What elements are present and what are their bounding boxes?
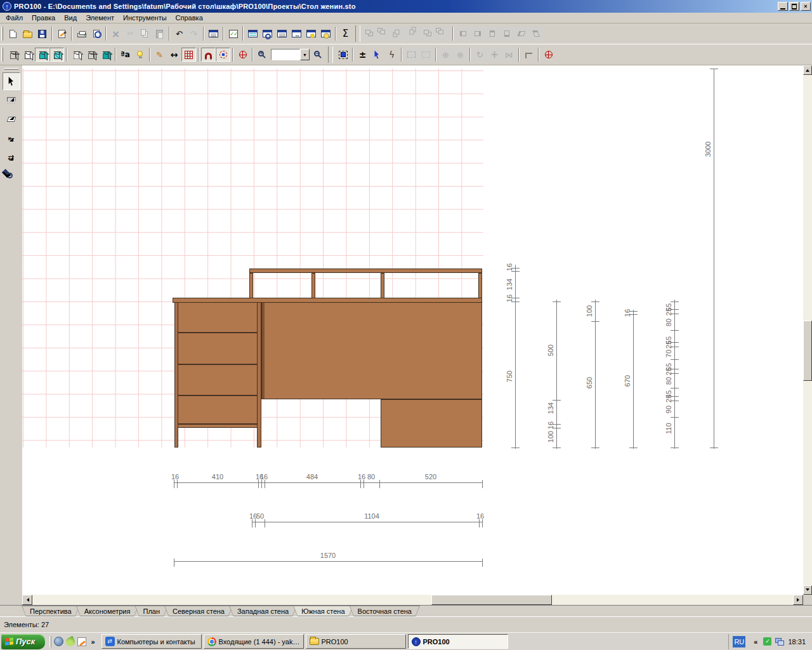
close-button[interactable]: × [801, 2, 811, 11]
antivirus-tray-icon[interactable]: ✓ [763, 637, 771, 646]
open-project-button[interactable] [20, 27, 35, 41]
menu-Вид[interactable]: Вид [60, 13, 81, 22]
calculation-sum-button[interactable] [338, 27, 353, 41]
shelf-post-1[interactable] [249, 273, 253, 298]
tab-Южная стена[interactable]: Южная стена [293, 606, 353, 616]
tray-chevron[interactable]: « [752, 638, 759, 646]
view-textures-button[interactable] [49, 48, 64, 62]
wall-tool-button[interactable] [3, 129, 20, 147]
sketch-mode-button[interactable] [152, 48, 167, 62]
tab-Аксонометрия[interactable]: Аксонометрия [76, 606, 139, 616]
magnet-snap-button[interactable] [201, 48, 216, 62]
tab-Северная стена[interactable]: Северная стена [164, 606, 233, 616]
menu-Файл[interactable]: Файл [1, 13, 27, 22]
task-PRO100[interactable]: ↑PRO100 [408, 634, 508, 649]
materials-window-button[interactable] [304, 27, 318, 41]
lighting-button[interactable] [133, 48, 147, 62]
shelf-post-4[interactable] [478, 273, 482, 298]
preview-window-button[interactable] [260, 27, 275, 41]
design-tool-button[interactable] [3, 91, 20, 109]
element-tool-button[interactable] [3, 110, 20, 128]
desk-lower-panel[interactable] [381, 399, 482, 448]
vertical-scroll-thumb[interactable] [803, 321, 812, 381]
tab-План[interactable]: План [134, 606, 168, 616]
drawer-divider-3[interactable] [178, 395, 257, 396]
drawer-bottom-rail[interactable] [178, 424, 258, 428]
dimensions-window-button[interactable] [289, 27, 304, 41]
drawer-divider-1[interactable] [178, 332, 257, 333]
shelf-post-2[interactable] [311, 273, 315, 298]
quick-design-button[interactable] [384, 48, 399, 62]
shear-vertical-button[interactable] [528, 27, 543, 41]
title-bar[interactable]: ↑ PRO100 - E:\Documents and Settings\fat… [0, 0, 812, 13]
show-semitransparent-button[interactable] [84, 48, 98, 62]
scroll-down-button[interactable] [803, 585, 812, 595]
show-grid-button[interactable] [181, 48, 196, 62]
move-to-right-button[interactable] [377, 27, 392, 41]
menu-Правка[interactable]: Правка [27, 13, 60, 22]
desk-main-panel[interactable] [261, 302, 482, 399]
zoom-tool-button[interactable] [3, 168, 20, 185]
price-list-button[interactable] [226, 27, 240, 41]
shelf-top-rail[interactable] [249, 269, 482, 273]
combo-dropdown-button[interactable]: ▼ [300, 49, 310, 60]
copy-button[interactable] [138, 27, 152, 41]
pointer-tool-button[interactable] [3, 72, 20, 90]
pivot-vertical-button[interactable] [438, 48, 453, 62]
zoom-level-field[interactable] [271, 49, 300, 60]
menu-Элемент[interactable]: Элемент [81, 13, 119, 22]
task-Компьютеры и контакты[interactable]: ⇄Компьютеры и контакты [102, 634, 202, 649]
snap-to-grid-button[interactable] [216, 48, 230, 62]
align-left-button[interactable] [455, 27, 470, 41]
zoom-level-combo[interactable]: ▼ [271, 49, 310, 60]
element-properties-button[interactable] [206, 27, 221, 41]
scroll-up-button[interactable] [803, 65, 812, 75]
redo-button[interactable] [187, 27, 201, 41]
start-button[interactable]: Пуск [1, 634, 45, 649]
report-window-button[interactable] [246, 27, 260, 41]
delete-button[interactable] [108, 27, 123, 41]
zoom-in-button[interactable] [255, 48, 270, 62]
move-to-left-button[interactable] [363, 27, 377, 41]
arrange-tool-button[interactable] [3, 149, 20, 166]
language-indicator[interactable]: RU [733, 636, 745, 647]
drawing-canvas[interactable]: 1641016164841680520165011041615701613416… [22, 65, 803, 595]
view-sketch-button[interactable] [20, 48, 35, 62]
show-solid-button[interactable] [98, 48, 113, 62]
move-element-button[interactable] [487, 48, 502, 62]
view-colors-button[interactable] [35, 48, 49, 62]
horizontal-scrollbar[interactable] [22, 595, 803, 605]
horizontal-scroll-thumb[interactable] [431, 595, 552, 605]
quick-launch-icon-1[interactable] [54, 637, 63, 646]
quick-launch-icon-2[interactable] [65, 635, 77, 647]
rotate-element-button[interactable] [473, 48, 487, 62]
task-Входящие (1 444) - yaki...[interactable]: Входящие (1 444) - yaki... [204, 634, 304, 649]
align-bottom-button[interactable] [499, 27, 514, 41]
tab-Восточная стена[interactable]: Восточная стена [350, 606, 420, 616]
undo-button[interactable] [172, 27, 187, 41]
show-dimensions-button[interactable] [167, 48, 181, 62]
align-top-button[interactable] [485, 27, 499, 41]
selection-frame-2-button[interactable] [419, 48, 433, 62]
drawer-divider-2[interactable] [178, 364, 257, 365]
zoom-out-button[interactable] [311, 48, 325, 62]
shear-horizontal-button[interactable] [514, 27, 528, 41]
positioning-target-button[interactable] [235, 48, 250, 62]
menu-Справка[interactable]: Справка [171, 13, 207, 22]
project-properties-button[interactable] [55, 27, 69, 41]
scroll-right-button[interactable] [793, 595, 803, 605]
restore-button[interactable] [789, 2, 799, 11]
drawer-right-leg[interactable] [257, 302, 261, 448]
menu-Инструменты[interactable]: Инструменты [119, 13, 171, 22]
view-wireframe-button[interactable] [6, 48, 20, 62]
desk-side-edge[interactable] [262, 303, 265, 399]
move-to-top-button[interactable] [392, 27, 407, 41]
selection-frame-button[interactable] [404, 48, 419, 62]
scroll-left-button[interactable] [22, 595, 32, 605]
print-preview-button[interactable] [89, 27, 103, 41]
group-button[interactable] [421, 27, 436, 41]
ungroup-button[interactable] [436, 27, 450, 41]
new-document-button[interactable] [6, 27, 20, 41]
room-shape-button[interactable] [521, 48, 536, 62]
tab-Перспектива[interactable]: Перспектива [22, 606, 80, 616]
